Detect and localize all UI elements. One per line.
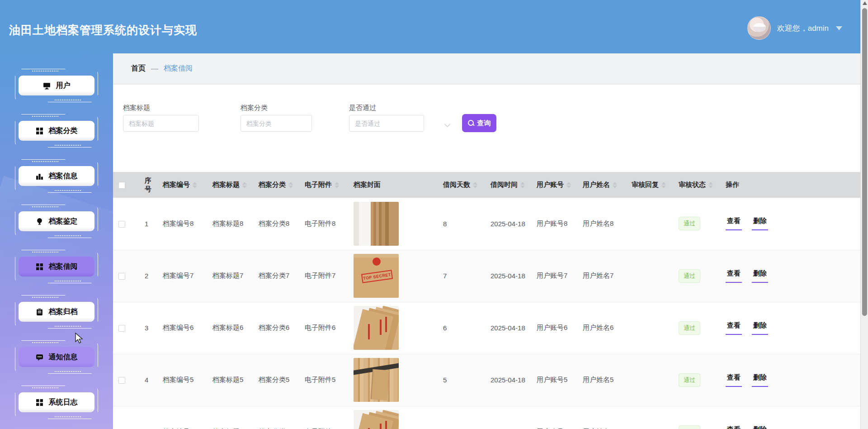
view-link[interactable]: 查看 xyxy=(726,217,742,230)
sort-icon[interactable] xyxy=(242,182,247,188)
sort-icon[interactable] xyxy=(566,182,571,188)
table-row: 5 档案编号4 档案标题4 档案分类4 电子附件4 4 2025-04-18 用… xyxy=(113,406,860,429)
cell-index: 2 xyxy=(139,250,157,302)
archive-cover-image[interactable] xyxy=(354,254,399,298)
sidebar-item-label: 档案分类 xyxy=(49,126,78,136)
archive-borrow-table: 序号 档案编号 档案标题 档案分类 电子附件 档案封面 借阅天数 借阅时间 用户… xyxy=(113,172,860,429)
row-checkbox[interactable] xyxy=(118,221,125,228)
sort-icon[interactable] xyxy=(473,182,477,188)
filter-label-approved: 是否通过 xyxy=(349,104,376,112)
cell-username: 用户姓名8 xyxy=(577,198,626,250)
status-badge: 通过 xyxy=(679,269,700,283)
col-header-reply[interactable]: 审核回复 xyxy=(626,172,673,198)
select-chevron-icon[interactable] xyxy=(445,121,451,127)
col-header-title[interactable]: 档案标题 xyxy=(207,172,253,198)
cell-date: 2025-04-18 xyxy=(485,250,531,302)
archive-cover-image[interactable] xyxy=(354,410,399,429)
cell-account: 用户账号7 xyxy=(531,250,577,302)
page-scrollbar[interactable] xyxy=(860,0,868,429)
archive-cover-image[interactable] xyxy=(354,306,399,350)
breadcrumb-home[interactable]: 首页 xyxy=(131,64,146,73)
delete-link[interactable]: 删除 xyxy=(752,269,768,283)
col-header-account[interactable]: 用户账号 xyxy=(531,172,577,198)
cell-index: 3 xyxy=(139,302,157,354)
view-link[interactable]: 查看 xyxy=(726,269,742,283)
cell-title: 档案标题5 xyxy=(207,354,253,406)
view-link[interactable]: 查看 xyxy=(726,425,742,429)
sidebar-item-notifications[interactable]: 通知信息 xyxy=(15,340,98,374)
view-link[interactable]: 查看 xyxy=(726,373,742,387)
col-header-attachment[interactable]: 电子附件 xyxy=(299,172,348,198)
col-header-category[interactable]: 档案分类 xyxy=(253,172,299,198)
sidebar-item-archive-appraisal[interactable]: 档案鉴定 xyxy=(15,205,98,238)
sidebar-item-users[interactable]: 用户 xyxy=(15,69,98,102)
sidebar-item-archive-info[interactable]: 档案信息 xyxy=(15,159,98,193)
table-row: 2 档案编号7 档案标题7 档案分类7 电子附件7 7 2025-04-18 用… xyxy=(113,250,860,302)
sidebar-item-archive-category[interactable]: 档案分类 xyxy=(15,114,98,148)
sidebar-item-archive-filing[interactable]: 档案归档 xyxy=(15,295,98,329)
table-row: 4 档案编号5 档案标题5 档案分类5 电子附件5 5 2025-04-18 用… xyxy=(113,354,860,406)
chevron-down-icon[interactable] xyxy=(836,26,842,30)
search-button[interactable]: 查询 xyxy=(462,114,496,132)
archive-cover-image[interactable] xyxy=(354,358,399,402)
delete-link[interactable]: 删除 xyxy=(752,321,768,335)
nav-dash-decoration xyxy=(55,190,81,191)
nav-dash-decoration xyxy=(55,235,81,236)
col-header-cover: 档案封面 xyxy=(348,172,438,198)
lightbulb-icon xyxy=(36,218,43,225)
nav-dash-decoration xyxy=(55,371,81,372)
approved-select[interactable] xyxy=(349,115,424,132)
sidebar-item-label: 系统日志 xyxy=(49,398,78,407)
scroll-up-icon[interactable] xyxy=(863,1,867,5)
nav-dash-decoration xyxy=(32,206,58,207)
cell-code: 档案编号7 xyxy=(157,250,207,302)
col-header-status[interactable]: 审核状态 xyxy=(673,172,720,198)
status-badge: 通过 xyxy=(679,425,700,429)
cell-title: 档案标题6 xyxy=(207,302,253,354)
col-header-username[interactable]: 用户姓名 xyxy=(577,172,626,198)
breadcrumb-current[interactable]: 档案借阅 xyxy=(164,64,193,73)
col-header-code[interactable]: 档案编号 xyxy=(157,172,207,198)
delete-link[interactable]: 删除 xyxy=(752,373,768,387)
cell-category: 档案分类8 xyxy=(253,198,299,250)
bar-chart-icon xyxy=(36,172,43,180)
cell-days: 4 xyxy=(438,406,485,429)
sidebar-item-label: 档案信息 xyxy=(49,172,78,181)
view-link[interactable]: 查看 xyxy=(726,321,742,335)
archive-category-input[interactable] xyxy=(241,115,312,132)
sidebar-item-label: 档案鉴定 xyxy=(49,217,78,226)
clipboard-icon xyxy=(36,308,43,316)
select-all-checkbox[interactable] xyxy=(118,182,125,189)
filter-label-archive-category: 档案分类 xyxy=(241,104,268,112)
col-header-days[interactable]: 借阅天数 xyxy=(438,172,485,198)
row-checkbox[interactable] xyxy=(118,377,125,384)
sidebar-item-system-logs[interactable]: 系统日志 xyxy=(15,386,98,419)
col-header-index: 序号 xyxy=(139,172,157,198)
sort-icon[interactable] xyxy=(288,182,293,188)
user-menu[interactable]: 欢迎您，admin xyxy=(747,16,842,40)
user-avatar[interactable] xyxy=(747,16,771,40)
scrollbar-thumb[interactable] xyxy=(862,8,867,316)
welcome-text: 欢迎您，admin xyxy=(777,23,829,33)
sort-icon[interactable] xyxy=(613,182,617,188)
sidebar-item-label: 档案归档 xyxy=(49,307,78,317)
table-row: 1 档案编号8 档案标题8 档案分类8 电子附件8 8 2025-04-18 用… xyxy=(113,198,860,250)
cell-username: 用户姓名5 xyxy=(577,354,626,406)
delete-link[interactable]: 删除 xyxy=(752,217,768,230)
sidebar-item-archive-borrow[interactable]: 档案借阅 xyxy=(15,250,98,283)
sort-icon[interactable] xyxy=(520,182,525,188)
col-header-date[interactable]: 借阅时间 xyxy=(485,172,531,198)
grid-icon xyxy=(36,263,43,271)
sort-icon[interactable] xyxy=(335,182,339,188)
delete-link[interactable]: 删除 xyxy=(752,425,768,429)
row-checkbox[interactable] xyxy=(118,325,125,332)
sort-icon[interactable] xyxy=(661,182,666,188)
row-checkbox[interactable] xyxy=(118,273,125,280)
sort-icon[interactable] xyxy=(193,182,197,188)
sort-icon[interactable] xyxy=(708,182,713,188)
sidebar-item-label: 用户 xyxy=(56,81,71,91)
archive-cover-image[interactable] xyxy=(354,202,399,246)
app-title: 油田土地档案管理系统的设计与实现 xyxy=(9,23,197,38)
cell-code: 档案编号8 xyxy=(157,198,207,250)
archive-title-input[interactable] xyxy=(123,115,199,132)
